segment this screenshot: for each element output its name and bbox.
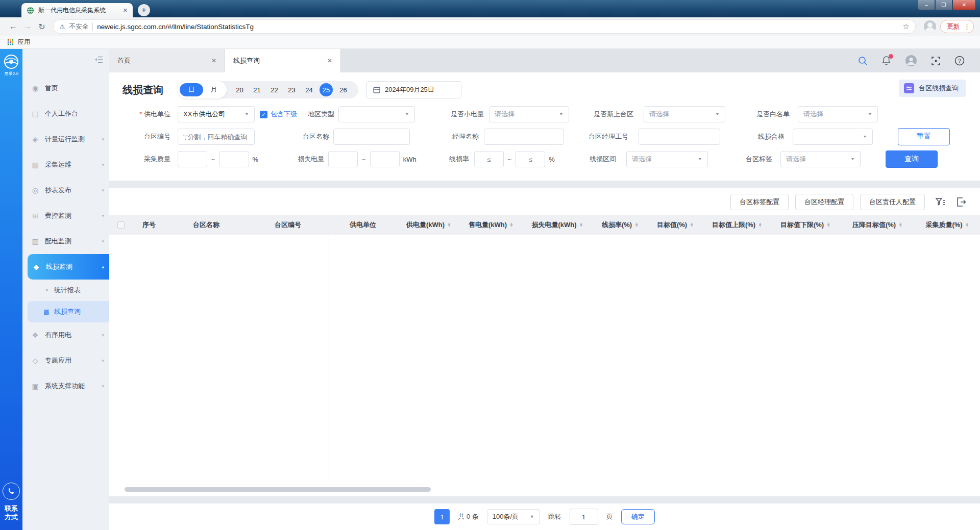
new-station-select[interactable]: 请选择 ▼ — [644, 106, 725, 122]
column-header-collect-quality[interactable]: 采集质量(%)▲▼ — [915, 220, 980, 230]
loss-power-max-input[interactable] — [370, 151, 400, 167]
sort-icon[interactable]: ▲▼ — [447, 223, 451, 228]
browser-menu-kebab-icon[interactable]: ⋮ — [964, 23, 970, 31]
sort-icon[interactable]: ▲▼ — [509, 223, 513, 228]
sidebar-item-workbench[interactable]: ▤ 个人工作台 — [22, 101, 109, 127]
browser-tab[interactable]: 新一代用电信息采集系统 ✕ — [21, 3, 133, 17]
date-option[interactable]: 26 — [336, 83, 350, 96]
manager-name-input[interactable] — [484, 129, 564, 145]
notification-bell-icon[interactable] — [881, 56, 891, 66]
jump-page-input[interactable] — [570, 509, 598, 525]
station-owner-config-button[interactable]: 台区责任人配置 — [860, 194, 925, 210]
loss-ok-select[interactable]: ▼ — [793, 129, 873, 145]
page-size-select[interactable]: 100条/页 ▼ — [487, 509, 540, 524]
new-tab-button[interactable]: + — [138, 4, 150, 16]
column-header-loss-rate[interactable]: 线损率(%)▲▼ — [593, 220, 647, 230]
station-name-input[interactable] — [333, 129, 410, 145]
apps-grid-icon[interactable] — [7, 39, 14, 45]
date-option[interactable]: 21 — [250, 83, 264, 96]
sidebar-item-special-apps[interactable]: ◇ 专题应用 ▾ — [22, 348, 109, 373]
reset-button[interactable]: 重置 — [898, 128, 950, 145]
sidebar-item-metering-monitor[interactable]: ◈ 计量运行监测 ▾ — [22, 127, 109, 152]
export-icon[interactable] — [955, 196, 967, 208]
scrollbar-thumb[interactable] — [125, 487, 431, 492]
loss-rate-min-input[interactable]: ≤ — [474, 151, 504, 167]
date-picker-input[interactable]: 2024年09月25日 — [366, 81, 461, 98]
apps-bookmark[interactable]: 应用 — [18, 38, 30, 46]
url-text[interactable]: neweic.js.sgcc.com.cn/#/llm/line/Station… — [97, 23, 254, 31]
sidebar-item-distribution-monitor[interactable]: ▥ 配电监测 ▾ — [22, 229, 109, 254]
date-option[interactable]: 23 — [285, 83, 299, 96]
sidebar-subitem-line-loss-query[interactable]: ▩ 线损查询 — [28, 301, 109, 322]
date-option[interactable]: 24 — [302, 83, 316, 96]
query-button[interactable]: 查询 — [886, 150, 938, 168]
sidebar-item-line-loss-monitor[interactable]: ◆ 线损监测 ▴ — [28, 254, 109, 280]
sort-icon[interactable]: ▲▼ — [965, 223, 969, 228]
region-type-select[interactable]: ▼ — [338, 106, 415, 122]
sort-icon[interactable]: ▲▼ — [758, 223, 762, 228]
quality-min-input[interactable] — [178, 151, 207, 167]
bookmark-star-icon[interactable]: ☆ — [903, 22, 910, 31]
station-tag-config-button[interactable]: 台区标签配置 — [730, 194, 789, 210]
horizontal-scrollbar[interactable] — [109, 486, 980, 492]
menu-fold-icon[interactable] — [94, 56, 103, 63]
page-tab-line-loss-query[interactable]: 线损查询 ✕ — [225, 49, 341, 72]
close-icon[interactable]: ✕ — [211, 57, 216, 64]
sidebar-item-system-support[interactable]: ▣ 系统支撑功能 ▾ — [22, 373, 109, 399]
select-all-checkbox[interactable] — [109, 221, 133, 229]
sort-icon[interactable]: ▲▼ — [690, 223, 694, 228]
station-manager-config-button[interactable]: 台区经理配置 — [795, 194, 853, 210]
sidebar-item-fee-control[interactable]: ⊞ 费控监测 ▾ — [22, 203, 109, 229]
date-option[interactable]: 20 — [233, 83, 247, 96]
sidebar-subitem-statistics-report[interactable]: ◔ 统计报表 — [22, 280, 109, 301]
browser-update-button[interactable]: 更新 ⋮ — [940, 20, 974, 33]
page-number-button[interactable]: 1 — [434, 509, 450, 524]
column-header-target-upper[interactable]: 目标值上限(%)▲▼ — [703, 220, 771, 230]
sidebar-item-collection-ops[interactable]: ▦ 采集运维 ▾ — [22, 152, 109, 178]
fullscreen-icon[interactable] — [931, 56, 941, 66]
date-option[interactable]: 22 — [267, 83, 281, 96]
sort-icon[interactable]: ▲▼ — [898, 223, 902, 228]
sort-icon[interactable]: ▲▼ — [634, 223, 639, 228]
sort-icon[interactable]: ▲▼ — [826, 223, 830, 228]
loss-rate-max-input[interactable]: ≤ — [516, 151, 545, 167]
sidebar-item-home[interactable]: ◉ 首页 — [22, 75, 109, 101]
window-close-button[interactable]: ✕ — [952, 0, 976, 10]
browser-tab-close-icon[interactable]: ✕ — [123, 7, 128, 14]
reload-icon[interactable]: ↻ — [35, 19, 49, 34]
contact-widget[interactable]: 联系 方式 — [3, 483, 20, 522]
phone-icon[interactable] — [3, 483, 20, 500]
column-header-loss-kwh[interactable]: 损失电量(kWh)▲▼ — [522, 220, 593, 230]
help-icon[interactable]: ? — [954, 56, 965, 66]
filter-funnel-icon[interactable] — [935, 196, 946, 208]
sidebar-item-orderly-power[interactable]: ❖ 有序用电 ▾ — [22, 322, 109, 348]
page-tab-home[interactable]: 首页 ✕ — [109, 49, 225, 72]
sort-icon[interactable]: ▲▼ — [579, 223, 583, 228]
whitelist-select[interactable]: 请选择 ▼ — [798, 106, 878, 122]
checkbox-checked-icon[interactable]: ✓ — [260, 111, 267, 118]
toggle-day[interactable]: 日 — [180, 83, 203, 96]
include-sub-checkbox[interactable]: ✓ 包含下级 — [260, 110, 301, 119]
loss-power-min-input[interactable] — [328, 151, 358, 167]
drawer-badge-station-line-loss[interactable]: 台区线损查询 — [899, 80, 966, 97]
column-header-target-lower[interactable]: 目标值下限(%)▲▼ — [771, 220, 840, 230]
confirm-button[interactable]: 确定 — [621, 509, 655, 524]
date-option-selected[interactable]: 25 — [320, 83, 333, 96]
user-avatar-icon[interactable] — [905, 55, 917, 67]
loss-range-select[interactable]: 请选择 ▼ — [626, 151, 708, 167]
column-header-target[interactable]: 目标值(%)▲▼ — [647, 220, 703, 230]
search-icon[interactable] — [858, 56, 868, 66]
manager-id-input[interactable] — [639, 129, 720, 145]
close-icon[interactable]: ✕ — [327, 57, 332, 64]
supply-unit-select[interactable]: XX市供电公司 ▼ — [178, 106, 255, 122]
address-bar[interactable]: ⚠ 不安全 neweic.js.sgcc.com.cn/#/llm/line/S… — [53, 19, 916, 34]
quality-max-input[interactable] — [219, 151, 249, 167]
toggle-month[interactable]: 月 — [203, 83, 225, 96]
back-icon[interactable]: ← — [6, 19, 20, 34]
column-header-reduce-target[interactable]: 压降目标值(%)▲▼ — [840, 220, 915, 230]
station-no-input[interactable] — [178, 129, 255, 145]
window-maximize-button[interactable]: ❐ — [935, 0, 952, 10]
small-power-select[interactable]: 请选择 ▼ — [489, 106, 569, 122]
window-minimize-button[interactable]: – — [918, 0, 935, 10]
forward-icon[interactable]: → — [20, 19, 35, 34]
